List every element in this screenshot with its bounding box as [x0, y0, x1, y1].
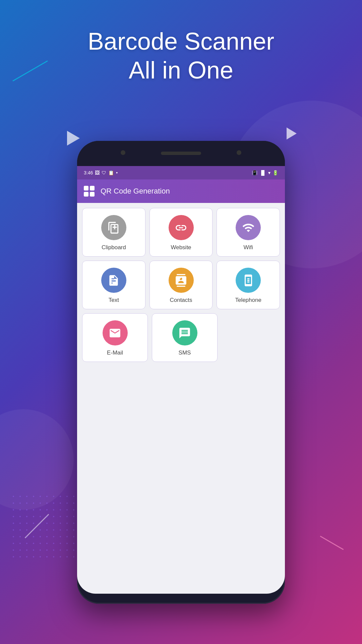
grid-item-clipboard[interactable]: Clipboard [82, 208, 145, 257]
play-icon-right [287, 127, 297, 140]
hero-title: Barcode Scanner All in One [0, 27, 362, 85]
grid-item-wifi[interactable]: Wifi [217, 208, 280, 257]
grid-empty-slot [222, 313, 280, 362]
grid-row-2: Text Contacts [82, 261, 280, 309]
app-bar-title: QR Code Generation [101, 187, 170, 196]
status-bar-right: 📳 ▐▌ ▾ 🔋 [252, 170, 278, 175]
app-bar-grid-icon [84, 186, 95, 197]
telephone-label: Telephone [235, 297, 261, 304]
hero-title-area: Barcode Scanner All in One [0, 27, 362, 85]
phone-mockup: 3:46 🖼 🛡 📋 • 📳 ▐▌ ▾ 🔋 QR Code Generati [77, 141, 285, 604]
phone-top [77, 141, 285, 166]
website-icon [175, 221, 187, 234]
grid-item-contacts[interactable]: Contacts [149, 261, 213, 309]
contacts-icon [175, 274, 187, 287]
grid-item-sms[interactable]: SMS [152, 313, 218, 362]
front-camera-right [237, 150, 241, 155]
front-camera-left [121, 150, 125, 155]
sms-label: SMS [179, 350, 191, 356]
grid-row-3: E-Mail SMS [82, 313, 280, 362]
contacts-label: Contacts [170, 297, 192, 304]
wifi-label: Wifi [244, 244, 253, 251]
status-battery-icon: 🔋 [273, 170, 278, 175]
status-image-icon: 🖼 [95, 170, 100, 175]
status-vibrate-icon: 📳 [252, 170, 257, 175]
clipboard-icon-circle [101, 215, 126, 240]
status-clipboard-icon: 📋 [108, 170, 114, 175]
telephone-icon-circle [236, 268, 261, 293]
status-time: 3:46 [84, 170, 93, 175]
sms-icon-circle [172, 320, 197, 345]
bg-decoration-dots [10, 493, 77, 560]
status-bar: 3:46 🖼 🛡 📋 • 📳 ▐▌ ▾ 🔋 [77, 166, 285, 179]
sms-icon [178, 327, 191, 339]
clipboard-label: Clipboard [102, 244, 126, 251]
status-shield-icon: 🛡 [102, 170, 106, 175]
clipboard-icon [107, 221, 120, 234]
grid-item-text[interactable]: Text [82, 261, 145, 309]
status-signal-icon: ▐▌ [259, 170, 266, 175]
wifi-icon-circle [236, 215, 261, 240]
text-label: Text [109, 297, 119, 304]
text-doc-icon [107, 274, 120, 287]
website-label: Website [171, 244, 191, 251]
bg-decoration-line-3 [320, 536, 344, 550]
grid-item-telephone[interactable]: Telephone [217, 261, 280, 309]
qr-type-grid: Clipboard Website [77, 203, 285, 594]
grid-item-website[interactable]: Website [149, 208, 213, 257]
status-wifi-icon: ▾ [268, 170, 270, 175]
telephone-icon [242, 274, 255, 287]
grid-item-email[interactable]: E-Mail [82, 313, 148, 362]
status-bar-left: 3:46 🖼 🛡 📋 • [84, 170, 118, 175]
app-bar: QR Code Generation [77, 179, 285, 203]
email-label: E-Mail [107, 350, 123, 356]
status-dot: • [116, 170, 118, 175]
text-icon-circle [101, 268, 126, 293]
contacts-icon-circle [169, 268, 194, 293]
email-icon [109, 327, 121, 339]
email-icon-circle [103, 320, 128, 345]
phone-screen: 3:46 🖼 🛡 📋 • 📳 ▐▌ ▾ 🔋 QR Code Generati [77, 166, 285, 594]
website-icon-circle [169, 215, 194, 240]
grid-row-1: Clipboard Website [82, 208, 280, 257]
wifi-icon [242, 221, 255, 234]
phone-speaker [161, 152, 201, 155]
